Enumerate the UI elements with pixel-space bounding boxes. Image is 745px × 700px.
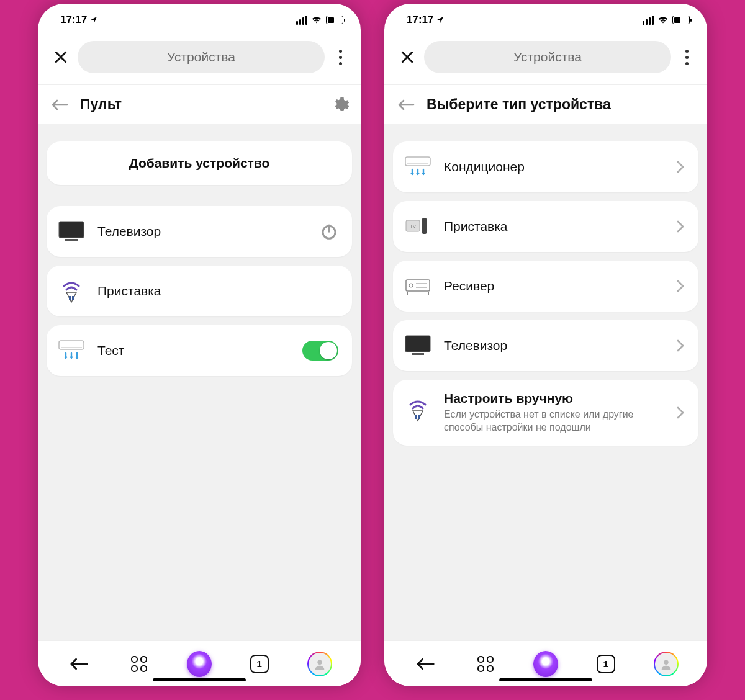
- gear-icon[interactable]: [331, 96, 350, 114]
- status-time: 17:17: [407, 14, 433, 26]
- tv-icon: [403, 331, 433, 361]
- wifi-icon: [657, 16, 669, 24]
- device-card-test[interactable]: Тест: [47, 325, 352, 376]
- device-label: Тест: [97, 343, 291, 358]
- hub-icon: [56, 276, 86, 306]
- nav-back-icon[interactable]: [413, 652, 438, 676]
- phone-right: 17:17 Устройства Выберите тип устройства…: [384, 4, 707, 686]
- devices-pill[interactable]: Устройства: [424, 41, 671, 73]
- svg-point-23: [664, 660, 668, 664]
- chevron-right-icon: [676, 339, 685, 352]
- svg-rect-1: [65, 239, 78, 241]
- section-title: Выберите тип устройства: [427, 96, 696, 113]
- phone-left: 17:17 Устройства Пульт Добавить устройст…: [38, 4, 361, 686]
- receiver-icon: [403, 271, 433, 301]
- svg-rect-13: [406, 280, 430, 291]
- more-icon[interactable]: [332, 50, 348, 65]
- status-time: 17:17: [60, 14, 87, 26]
- settop-icon: TV: [403, 212, 433, 241]
- ac-icon: [56, 336, 86, 366]
- app-top-bar: Устройства: [384, 32, 707, 84]
- status-bar: 17:17: [384, 4, 707, 32]
- chevron-right-icon: [676, 406, 685, 420]
- wifi-icon: [311, 16, 322, 24]
- content-area: Добавить устройство Телевизор Приставка …: [38, 124, 361, 640]
- nav-back-icon[interactable]: [66, 652, 91, 676]
- home-indicator[interactable]: [499, 678, 592, 681]
- close-icon[interactable]: [398, 48, 417, 66]
- location-icon: [436, 16, 445, 24]
- type-label: Кондиционер: [444, 159, 665, 174]
- svg-rect-12: [422, 218, 427, 234]
- app-top-bar: Устройства: [38, 32, 361, 84]
- svg-rect-5: [59, 341, 84, 349]
- devices-pill[interactable]: Устройства: [78, 41, 325, 73]
- type-label: Приставка: [444, 219, 665, 234]
- svg-rect-3: [69, 296, 71, 300]
- nav-tabs-icon[interactable]: 1: [247, 652, 272, 676]
- device-label: Телевизор: [97, 224, 309, 239]
- svg-point-7: [317, 660, 322, 664]
- svg-rect-19: [405, 336, 430, 352]
- type-label: Телевизор: [444, 338, 665, 353]
- svg-rect-22: [418, 415, 420, 419]
- content-area: Кондиционер TV Приставка Ресивер Телевиз…: [384, 124, 707, 640]
- section-title: Пульт: [80, 96, 321, 113]
- cellular-icon: [643, 16, 654, 25]
- section-header: Выберите тип устройства: [384, 84, 707, 124]
- chevron-right-icon: [676, 220, 685, 233]
- more-icon[interactable]: [679, 50, 695, 65]
- section-header: Пульт: [38, 84, 361, 124]
- nav-assistant-icon[interactable]: [187, 652, 212, 676]
- chevron-right-icon: [676, 160, 685, 174]
- nav-avatar-icon[interactable]: [654, 652, 679, 676]
- add-device-button[interactable]: Добавить устройство: [47, 141, 352, 185]
- type-card-ac[interactable]: Кондиционер: [393, 141, 698, 192]
- type-label: Настроить вручную Если устройства нет в …: [444, 391, 665, 434]
- device-card-settop[interactable]: Приставка: [47, 266, 352, 316]
- battery-icon: [326, 16, 343, 24]
- nav-avatar-icon[interactable]: [307, 652, 332, 676]
- nav-grid-icon[interactable]: [473, 652, 498, 676]
- hub-icon: [403, 395, 433, 424]
- type-card-manual[interactable]: Настроить вручную Если устройства нет в …: [393, 380, 698, 446]
- device-card-tv[interactable]: Телевизор: [47, 206, 352, 257]
- svg-rect-0: [59, 222, 84, 238]
- svg-rect-21: [415, 415, 417, 419]
- tv-icon: [56, 217, 86, 246]
- cellular-icon: [296, 16, 307, 25]
- status-bar: 17:17: [38, 4, 361, 32]
- toggle-switch[interactable]: [302, 341, 338, 361]
- svg-rect-8: [405, 157, 430, 166]
- svg-rect-20: [412, 353, 424, 355]
- nav-tabs-icon[interactable]: 1: [594, 652, 618, 676]
- device-label: Приставка: [97, 284, 338, 298]
- close-icon[interactable]: [52, 48, 70, 66]
- back-icon[interactable]: [49, 94, 70, 115]
- type-label: Ресивер: [444, 279, 665, 294]
- battery-icon: [672, 16, 690, 24]
- chevron-right-icon: [676, 279, 685, 293]
- type-card-receiver[interactable]: Ресивер: [393, 261, 698, 312]
- svg-rect-4: [72, 296, 74, 300]
- location-icon: [89, 16, 98, 24]
- type-card-settop[interactable]: TV Приставка: [393, 201, 698, 252]
- ac-icon: [403, 152, 433, 182]
- nav-grid-icon[interactable]: [127, 652, 151, 676]
- back-icon[interactable]: [395, 94, 417, 115]
- svg-text:TV: TV: [410, 223, 417, 229]
- home-indicator[interactable]: [153, 678, 246, 681]
- type-card-tv[interactable]: Телевизор: [393, 320, 698, 371]
- power-icon[interactable]: [320, 222, 338, 241]
- nav-assistant-icon[interactable]: [533, 652, 558, 676]
